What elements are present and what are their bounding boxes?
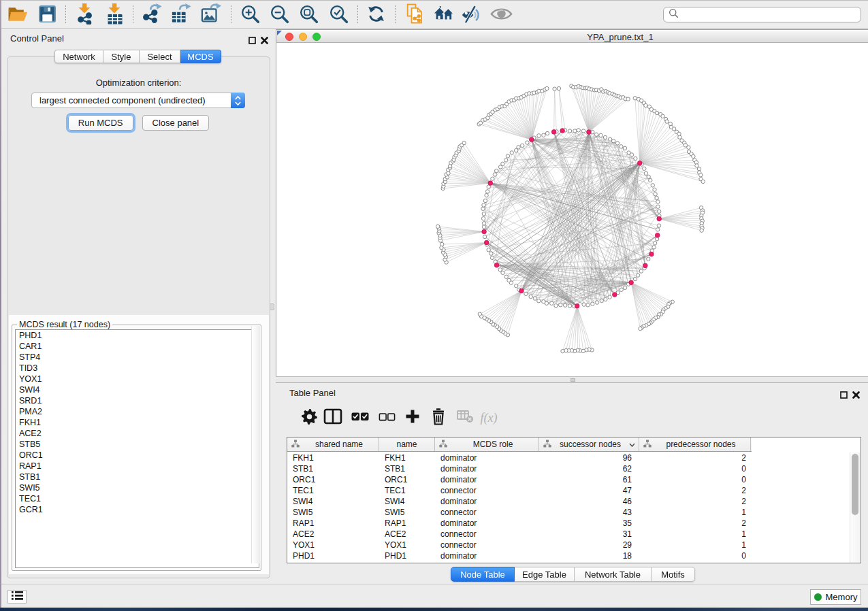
table-panel-close-icon[interactable] xyxy=(852,389,860,401)
table-row-FKH1[interactable]: FKH1FKH1dominator962 xyxy=(287,452,850,463)
mcds-result-item[interactable]: STP4 xyxy=(16,352,259,363)
mcds-result-item[interactable]: PMA2 xyxy=(16,406,259,417)
table-tab-edge-table[interactable]: Edge Table xyxy=(515,567,575,582)
open-file-button[interactable] xyxy=(7,5,29,25)
column-header-name[interactable]: name xyxy=(379,437,435,451)
network-window-titlebar[interactable]: YPA_prune.txt_1 xyxy=(276,29,868,43)
search-icon xyxy=(669,8,679,21)
sitemap-icon xyxy=(291,440,300,450)
table-row-SWI5[interactable]: SWI5SWI5connector431 xyxy=(287,507,850,518)
control-panel-close-icon[interactable] xyxy=(261,35,268,47)
window-close-traffic-light[interactable] xyxy=(285,33,293,41)
save-session-button[interactable] xyxy=(36,5,58,25)
search-box[interactable] xyxy=(663,7,861,22)
zoom-in-icon xyxy=(240,4,260,27)
column-header-shared-name[interactable]: shared name xyxy=(287,437,379,451)
show-all-button[interactable] xyxy=(490,5,512,25)
import-network-button[interactable] xyxy=(74,5,96,25)
network-window-title: YPA_prune.txt_1 xyxy=(587,32,653,42)
zoom-selected-button[interactable] xyxy=(327,5,349,25)
checkboxes-checked-icon xyxy=(351,412,369,424)
sitemap-icon xyxy=(439,440,447,450)
network-graph[interactable] xyxy=(276,43,868,376)
control-panel-float-icon[interactable] xyxy=(248,35,256,47)
column-header-predecessor-nodes[interactable]: predecessor nodes xyxy=(639,437,751,451)
optimization-criterion-select[interactable]: largest connected component (undirected) xyxy=(31,93,245,108)
window-zoom-traffic-light[interactable] xyxy=(312,33,321,41)
mcds-result-item[interactable]: SRD1 xyxy=(16,395,259,406)
select-all-columns-button[interactable] xyxy=(348,403,372,432)
control-panel-tab-style[interactable]: Style xyxy=(103,50,140,63)
table-options-button[interactable] xyxy=(297,403,321,432)
table-tab-network-table[interactable]: Network Table xyxy=(575,567,652,582)
table-scrollbar-thumb[interactable] xyxy=(852,454,858,515)
column-header-MCDS-role[interactable]: MCDS role xyxy=(435,437,539,451)
table-row-YOX1[interactable]: YOX1YOX1connector291 xyxy=(287,540,850,550)
mcds-result-item[interactable]: STB5 xyxy=(16,439,259,450)
mcds-result-item[interactable]: SWI4 xyxy=(16,384,259,395)
table-row-STB1[interactable]: STB1STB1dominator620 xyxy=(287,463,850,474)
show-column-button[interactable] xyxy=(321,403,345,432)
run-mcds-button[interactable]: Run MCDS xyxy=(68,115,133,131)
hide-selected-button[interactable] xyxy=(461,5,483,25)
table-tab-node-table[interactable]: Node Table xyxy=(451,567,515,582)
column-label: successor nodes xyxy=(551,440,629,449)
mcds-result-item[interactable]: ORC1 xyxy=(16,450,259,461)
network-view-window: YPA_prune.txt_1 xyxy=(276,29,868,382)
mcds-tab-content: Optimization criterion: largest connecte… xyxy=(7,56,270,578)
zoom-in-button[interactable] xyxy=(239,5,261,25)
import-table-button[interactable] xyxy=(104,5,126,25)
mcds-result-item[interactable]: PHD1 xyxy=(16,330,259,341)
table-row-RAP1[interactable]: RAP1RAP1dominator352 xyxy=(287,518,850,529)
column-header-successor-nodes[interactable]: successor nodes xyxy=(539,437,639,451)
control-panel-tab-network[interactable]: Network xyxy=(54,50,103,63)
table-panel-float-icon[interactable] xyxy=(840,389,848,401)
clone-network-button[interactable] xyxy=(404,5,425,25)
control-panel-tab-select[interactable]: Select xyxy=(140,50,180,63)
mcds-result-item[interactable]: GCR1 xyxy=(16,504,259,515)
cell: 18 xyxy=(539,550,639,561)
export-network-button[interactable] xyxy=(142,5,163,25)
table-row-TEC1[interactable]: TEC1TEC1connector472 xyxy=(287,485,850,496)
control-panel-tab-mcds[interactable]: MCDS xyxy=(180,50,221,63)
mcds-result-item[interactable]: CAR1 xyxy=(16,341,259,352)
task-history-button[interactable] xyxy=(7,590,27,604)
chevron-down-icon[interactable] xyxy=(629,440,635,449)
close-panel-button[interactable]: Close panel xyxy=(142,115,210,131)
zoom-fit-button[interactable] xyxy=(298,5,319,25)
mcds-result-item[interactable]: TID3 xyxy=(16,363,259,374)
horizontal-split-divider[interactable] xyxy=(276,376,868,382)
table-scrollbar[interactable] xyxy=(850,452,860,563)
export-table-button[interactable] xyxy=(170,5,192,25)
mcds-result-item[interactable]: YOX1 xyxy=(16,374,259,384)
mcds-result-item[interactable]: ACE2 xyxy=(16,428,259,439)
vertical-split-grip[interactable] xyxy=(270,303,274,310)
table-row-PHD1[interactable]: PHD1PHD1dominator180 xyxy=(287,550,850,561)
mcds-result-item[interactable]: FKH1 xyxy=(16,417,259,428)
table-tab-motifs[interactable]: Motifs xyxy=(652,567,695,582)
memory-button[interactable]: Memory xyxy=(810,589,861,605)
create-column-button[interactable] xyxy=(400,403,425,432)
cell: 1 xyxy=(639,540,751,550)
table-row-ACE2[interactable]: ACE2ACE2connector311 xyxy=(287,529,850,540)
window-minimize-traffic-light[interactable] xyxy=(299,33,307,41)
mcds-result-item[interactable]: RAP1 xyxy=(16,461,259,472)
mcds-list-scrollbar[interactable] xyxy=(251,326,260,563)
table-row-SWI4[interactable]: SWI4SWI4dominator462 xyxy=(287,496,850,507)
genemania-button[interactable] xyxy=(433,5,455,25)
mcds-result-item[interactable]: TEC1 xyxy=(16,493,259,504)
status-bar: Memory xyxy=(1,584,868,608)
refresh-button[interactable] xyxy=(365,5,387,25)
network-canvas[interactable] xyxy=(276,43,868,376)
mcds-result-item[interactable]: SWI5 xyxy=(16,482,259,493)
table-row-ORC1[interactable]: ORC1ORC1dominator610 xyxy=(287,474,850,485)
search-input[interactable] xyxy=(679,7,861,22)
export-image-button[interactable] xyxy=(200,5,222,25)
zoom-out-button[interactable] xyxy=(268,5,290,25)
unselect-all-columns-button[interactable] xyxy=(374,403,399,432)
divider-grip[interactable] xyxy=(570,378,575,382)
mcds-result-item[interactable]: STB1 xyxy=(16,472,259,482)
mcds-result-list[interactable]: PHD1CAR1STP4TID3YOX1SWI4SRD1PMA2FKH1ACE2… xyxy=(15,329,259,568)
delete-column-button[interactable] xyxy=(426,403,451,432)
node-table: shared namenameMCDS rolesuccessor nodesp… xyxy=(287,437,861,563)
